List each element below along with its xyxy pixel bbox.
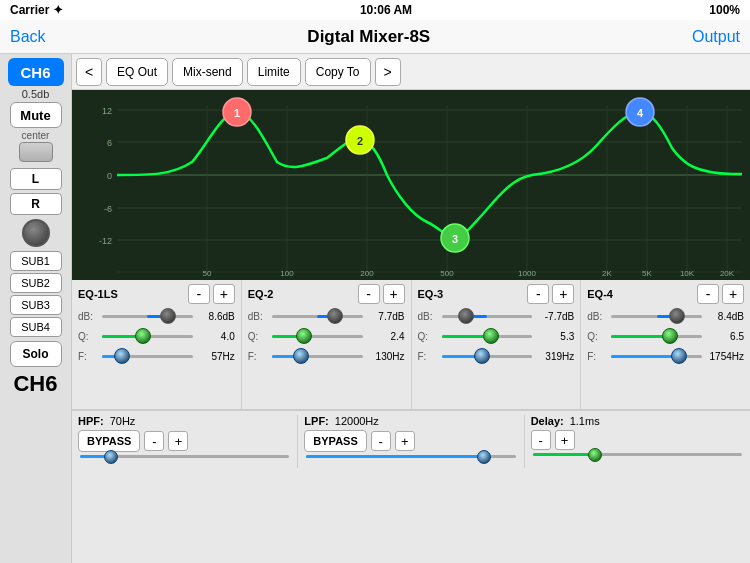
eq-plus-3[interactable]: + bbox=[722, 284, 744, 304]
eq-f-value-2: 319Hz bbox=[536, 351, 574, 362]
sub4-button[interactable]: SUB4 bbox=[10, 317, 62, 337]
svg-text:100: 100 bbox=[280, 269, 294, 278]
eq-db-label-3: dB: bbox=[587, 311, 607, 322]
hpf-slider[interactable] bbox=[80, 455, 289, 458]
delay-plus-button[interactable]: + bbox=[555, 430, 575, 450]
sub2-button[interactable]: SUB2 bbox=[10, 273, 62, 293]
fader-knob[interactable] bbox=[22, 219, 50, 247]
eq-band-label-0: EQ-1LS bbox=[78, 288, 118, 300]
fader-container bbox=[10, 219, 62, 247]
lpf-plus-button[interactable]: + bbox=[395, 431, 415, 451]
r-button[interactable]: R bbox=[10, 193, 62, 215]
svg-text:1: 1 bbox=[234, 107, 240, 119]
eq-q-slider-3[interactable] bbox=[611, 328, 702, 344]
limite-button[interactable]: Limite bbox=[247, 58, 301, 86]
next-button[interactable]: > bbox=[375, 58, 401, 86]
eq-q-slider-0[interactable] bbox=[102, 328, 193, 344]
eq-q-row-2: Q: 5.3 bbox=[418, 328, 575, 344]
eq-f-slider-2[interactable] bbox=[442, 348, 533, 364]
delay-section: Delay: 1.1ms - + bbox=[531, 415, 744, 468]
sub3-button[interactable]: SUB3 bbox=[10, 295, 62, 315]
eq-band-header-3: EQ-4 - + bbox=[587, 284, 744, 304]
eq-q-label-2: Q: bbox=[418, 331, 438, 342]
copy-to-button[interactable]: Copy To bbox=[305, 58, 371, 86]
channel-select-button[interactable]: CH6 bbox=[8, 58, 64, 86]
carrier-label: Carrier ✦ bbox=[10, 3, 63, 17]
eq-f-slider-3[interactable] bbox=[611, 348, 702, 364]
eq-band-EQ-3: EQ-3 - + dB: -7.7dB Q: bbox=[412, 280, 582, 409]
svg-text:-12: -12 bbox=[99, 236, 112, 246]
eq-plus-1[interactable]: + bbox=[383, 284, 405, 304]
mute-button[interactable]: Mute bbox=[10, 102, 62, 128]
lpf-slider[interactable] bbox=[306, 455, 515, 458]
eq-graph: 12 6 0 -6 -12 50 100 200 500 1000 2K 5K … bbox=[72, 90, 750, 280]
delay-minus-button[interactable]: - bbox=[531, 430, 551, 450]
sidebar: CH6 0.5db Mute center L R SUB1 SUB2 SUB3… bbox=[0, 54, 72, 563]
mix-send-button[interactable]: Mix-send bbox=[172, 58, 243, 86]
eq-plus-0[interactable]: + bbox=[213, 284, 235, 304]
eq-q-value-0: 4.0 bbox=[197, 331, 235, 342]
pan-slider[interactable] bbox=[19, 142, 53, 162]
eq-f-label-1: F: bbox=[248, 351, 268, 362]
lpf-label-row: LPF: 12000Hz bbox=[304, 415, 517, 427]
hpf-value: 70Hz bbox=[110, 415, 136, 427]
svg-text:20K: 20K bbox=[720, 269, 735, 278]
main-container: CH6 0.5db Mute center L R SUB1 SUB2 SUB3… bbox=[0, 54, 750, 563]
pan-slider-container bbox=[10, 142, 62, 162]
eq-q-slider-2[interactable] bbox=[442, 328, 533, 344]
eq-f-slider-0[interactable] bbox=[102, 348, 193, 364]
channel-label: CH6 bbox=[13, 371, 57, 397]
output-button[interactable]: Output bbox=[692, 28, 740, 46]
time-label: 10:06 AM bbox=[360, 3, 412, 17]
sub1-button[interactable]: SUB1 bbox=[10, 251, 62, 271]
svg-text:3: 3 bbox=[452, 233, 458, 245]
delay-slider[interactable] bbox=[533, 453, 742, 456]
svg-text:2K: 2K bbox=[602, 269, 612, 278]
eq-f-label-3: F: bbox=[587, 351, 607, 362]
eq-minus-1[interactable]: - bbox=[358, 284, 380, 304]
eq-f-row-1: F: 130Hz bbox=[248, 348, 405, 364]
eq-db-slider-3[interactable] bbox=[611, 308, 702, 324]
eq-f-slider-1[interactable] bbox=[272, 348, 363, 364]
eq-q-label-1: Q: bbox=[248, 331, 268, 342]
eq-q-slider-1[interactable] bbox=[272, 328, 363, 344]
eq-q-row-1: Q: 2.4 bbox=[248, 328, 405, 344]
hpf-plus-button[interactable]: + bbox=[168, 431, 188, 451]
eq-bands-row: EQ-1LS - + dB: 8.6dB Q: bbox=[72, 280, 750, 410]
eq-db-label-2: dB: bbox=[418, 311, 438, 322]
eq-q-label-0: Q: bbox=[78, 331, 98, 342]
svg-text:12: 12 bbox=[102, 106, 112, 116]
eq-band-header-0: EQ-1LS - + bbox=[78, 284, 235, 304]
eq-plus-2[interactable]: + bbox=[552, 284, 574, 304]
eq-minus-2[interactable]: - bbox=[527, 284, 549, 304]
eq-minus-0[interactable]: - bbox=[188, 284, 210, 304]
lpf-minus-button[interactable]: - bbox=[371, 431, 391, 451]
lpf-bypass-button[interactable]: BYPASS bbox=[304, 430, 366, 452]
eq-toolbar: < EQ Out Mix-send Limite Copy To > bbox=[72, 54, 750, 90]
eq-db-slider-1[interactable] bbox=[272, 308, 363, 324]
svg-text:0: 0 bbox=[107, 171, 112, 181]
hpf-label: HPF: bbox=[78, 415, 104, 427]
eq-minus-3[interactable]: - bbox=[697, 284, 719, 304]
svg-text:6: 6 bbox=[107, 138, 112, 148]
hpf-label-row: HPF: 70Hz bbox=[78, 415, 291, 427]
eq-out-button[interactable]: EQ Out bbox=[106, 58, 168, 86]
lpf-value: 12000Hz bbox=[335, 415, 379, 427]
l-button[interactable]: L bbox=[10, 168, 62, 190]
eq-db-slider-0[interactable] bbox=[102, 308, 193, 324]
eq-db-value-1: 7.7dB bbox=[367, 311, 405, 322]
delay-slider-row bbox=[531, 453, 744, 456]
eq-band-header-1: EQ-2 - + bbox=[248, 284, 405, 304]
prev-button[interactable]: < bbox=[76, 58, 102, 86]
solo-button[interactable]: Solo bbox=[10, 341, 62, 367]
hpf-minus-button[interactable]: - bbox=[144, 431, 164, 451]
back-button[interactable]: Back bbox=[10, 28, 46, 46]
svg-text:5K: 5K bbox=[642, 269, 652, 278]
eq-q-value-2: 5.3 bbox=[536, 331, 574, 342]
lpf-section: LPF: 12000Hz BYPASS - + bbox=[304, 415, 517, 468]
lpf-label: LPF: bbox=[304, 415, 328, 427]
eq-db-slider-2[interactable] bbox=[442, 308, 533, 324]
eq-db-label-1: dB: bbox=[248, 311, 268, 322]
delay-label: Delay: bbox=[531, 415, 564, 427]
svg-text:50: 50 bbox=[203, 269, 212, 278]
